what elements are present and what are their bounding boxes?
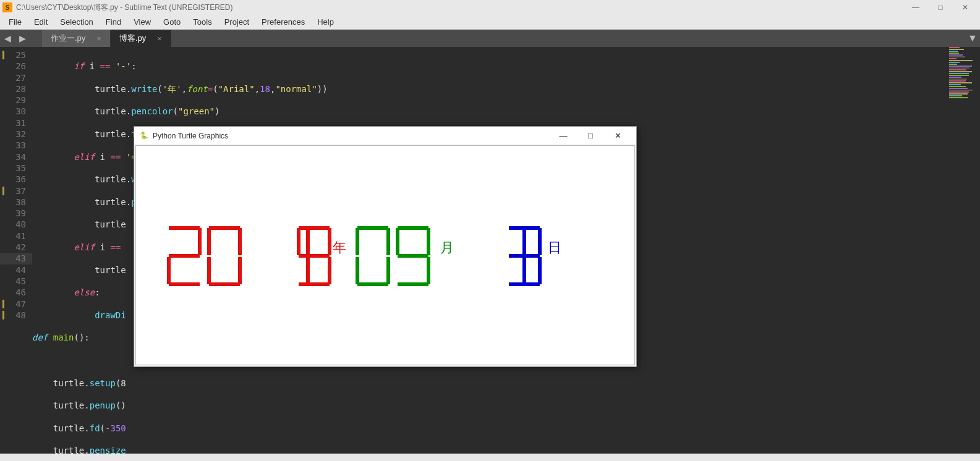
tab-close-icon[interactable]: × — [96, 34, 101, 43]
line-number: 30 — [0, 106, 32, 117]
menu-goto[interactable]: Goto — [157, 16, 187, 28]
menu-file[interactable]: File — [2, 16, 28, 28]
menu-tools[interactable]: Tools — [187, 16, 218, 28]
line-number: 37 — [0, 185, 32, 197]
month-label: 月 — [440, 239, 454, 257]
turtle-maximize-button[interactable]: □ — [577, 127, 604, 145]
menu-preferences[interactable]: Preferences — [255, 16, 311, 28]
line-number: 25 — [0, 49, 32, 61]
python-icon: 🐍 — [139, 131, 149, 141]
minimize-button[interactable]: — — [903, 0, 928, 15]
menu-bar: File Edit Selection Find View Goto Tools… — [0, 15, 980, 30]
line-number: 27 — [0, 72, 32, 83]
line-number: 41 — [0, 230, 32, 242]
line-number: 33 — [0, 140, 32, 151]
tab-close-icon[interactable]: × — [157, 34, 162, 43]
menu-project[interactable]: Project — [218, 16, 255, 28]
menu-view[interactable]: View — [127, 16, 157, 28]
line-number: 48 — [0, 310, 32, 321]
maximize-button[interactable]: □ — [928, 0, 953, 15]
line-number: 38 — [0, 197, 32, 208]
menu-help[interactable]: Help — [311, 16, 340, 28]
line-number: 36 — [0, 174, 32, 185]
turtle-canvas: 年 月 日 — [135, 145, 635, 365]
app-icon: S — [2, 2, 12, 12]
menu-find[interactable]: Find — [100, 16, 127, 28]
title-bar: S C:\Users\CYT\Desktop\博客.py - Sublime T… — [0, 0, 980, 15]
tab-homework[interactable]: 作业一.py × — [42, 30, 111, 47]
tab-blog[interactable]: 博客.py × — [111, 30, 171, 47]
line-number: 42 — [0, 242, 32, 253]
turtle-close-button[interactable]: ✕ — [604, 127, 631, 145]
year-label: 年 — [333, 239, 346, 257]
turtle-title-bar[interactable]: 🐍 Python Turtle Graphics — □ ✕ — [134, 127, 636, 145]
minimap[interactable] — [949, 47, 974, 103]
tab-label: 博客.py — [119, 33, 146, 44]
line-number: 32 — [0, 129, 32, 140]
menu-edit[interactable]: Edit — [28, 16, 54, 28]
line-number: 29 — [0, 95, 32, 106]
window-title: C:\Users\CYT\Desktop\博客.py - Sublime Tex… — [16, 2, 903, 13]
line-gutter: 2526272829303132333435363738394041424344… — [0, 47, 32, 454]
line-number: 39 — [0, 208, 32, 219]
line-number: 46 — [0, 287, 32, 298]
menu-selection[interactable]: Selection — [54, 16, 99, 28]
tab-overflow-icon[interactable]: ▼ — [965, 33, 980, 44]
line-number: 35 — [0, 163, 32, 174]
line-number: 40 — [0, 219, 32, 230]
tab-label: 作业一.py — [51, 33, 85, 44]
turtle-minimize-button[interactable]: — — [550, 127, 577, 145]
turtle-title-text: Python Turtle Graphics — [153, 132, 550, 140]
line-number: 34 — [0, 151, 32, 163]
day-label: 日 — [548, 239, 561, 257]
nav-forward-icon[interactable]: ▶ — [15, 31, 30, 46]
status-bar — [0, 454, 980, 461]
tab-bar: ◀ ▶ 作业一.py × 博客.py × ▼ — [0, 30, 980, 47]
line-number: 45 — [0, 276, 32, 287]
close-button[interactable]: ✕ — [953, 0, 978, 15]
line-number: 28 — [0, 83, 32, 95]
line-number: 43 — [0, 253, 32, 264]
line-number: 44 — [0, 264, 32, 276]
turtle-window[interactable]: 🐍 Python Turtle Graphics — □ ✕ 年 月 日 — [134, 126, 637, 367]
nav-back-icon[interactable]: ◀ — [0, 31, 15, 46]
line-number: 47 — [0, 298, 32, 310]
line-number: 26 — [0, 61, 32, 72]
line-number: 31 — [0, 117, 32, 129]
